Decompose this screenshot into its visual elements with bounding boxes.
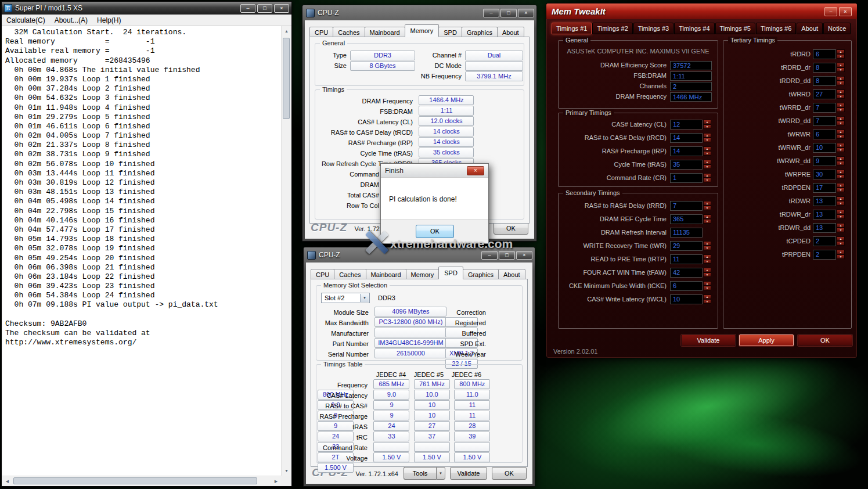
value-stepper[interactable]: ▲ ▼ <box>703 120 711 130</box>
dialog-titlebar[interactable]: Finish × <box>381 164 488 178</box>
value-stepper[interactable]: ▲ ▼ <box>837 116 845 126</box>
tools-button[interactable]: Tools <box>404 467 436 480</box>
step-up-icon[interactable]: ▲ <box>837 183 845 188</box>
step-down-icon[interactable]: ▼ <box>837 241 845 246</box>
value-stepper[interactable]: ▲ ▼ <box>837 196 845 206</box>
value-stepper[interactable]: ▲ ▼ <box>703 294 711 304</box>
step-down-icon[interactable]: ▼ <box>837 228 845 232</box>
menu-calculate[interactable]: Calculate(C) <box>2 15 50 26</box>
value-stepper[interactable]: ▲ ▼ <box>703 173 711 183</box>
tab-timings-3[interactable]: Timings #3 <box>633 23 673 34</box>
ok-button[interactable]: OK <box>492 467 527 480</box>
step-down-icon[interactable]: ▼ <box>703 259 711 264</box>
step-up-icon[interactable]: ▲ <box>703 241 711 246</box>
step-up-icon[interactable]: ▲ <box>703 160 711 164</box>
step-down-icon[interactable]: ▼ <box>703 299 711 304</box>
step-down-icon[interactable]: ▼ <box>837 214 845 219</box>
scroll-right-icon[interactable]: ▶ <box>271 476 281 486</box>
minimize-button[interactable]: – <box>481 251 498 260</box>
minimize-button[interactable]: – <box>483 9 499 17</box>
step-up-icon[interactable]: ▲ <box>837 210 845 214</box>
tab-timings-4[interactable]: Timings #4 <box>674 23 714 34</box>
step-down-icon[interactable]: ▼ <box>837 161 845 166</box>
validate-button[interactable]: Validate <box>681 335 736 346</box>
value-stepper[interactable]: ▲ ▼ <box>837 63 845 73</box>
value-stepper[interactable]: ▲ ▼ <box>837 89 845 99</box>
value-stepper[interactable]: ▲ ▼ <box>703 281 711 291</box>
tab-timings-2[interactable]: Timings #2 <box>592 23 632 34</box>
value-stepper[interactable]: ▲ ▼ <box>837 170 845 179</box>
step-down-icon[interactable]: ▼ <box>837 94 845 99</box>
maximize-button[interactable]: □ <box>499 251 515 260</box>
step-down-icon[interactable]: ▼ <box>703 219 711 224</box>
step-down-icon[interactable]: ▼ <box>837 121 845 125</box>
maximize-button[interactable]: □ <box>500 9 517 17</box>
step-up-icon[interactable]: ▲ <box>703 120 711 124</box>
step-up-icon[interactable]: ▲ <box>837 76 845 81</box>
vertical-scrollbar-thumb[interactable] <box>283 38 290 119</box>
horizontal-scrollbar[interactable]: ◀ ▶ <box>2 476 281 486</box>
step-down-icon[interactable]: ▼ <box>837 107 845 112</box>
value-stepper[interactable]: ▲ ▼ <box>837 223 845 233</box>
superpi-titlebar[interactable]: π Super PI / mod1.5 XS – □ × <box>2 2 291 15</box>
tab-memory[interactable]: Memory <box>405 24 440 37</box>
cpuz-titlebar[interactable]: CPU-Z – □ × <box>306 247 532 263</box>
scroll-down-icon[interactable]: ▼ <box>282 466 291 476</box>
scroll-left-icon[interactable]: ◀ <box>2 476 12 486</box>
scroll-up-icon[interactable]: ▲ <box>282 26 291 36</box>
slot-select-dropdown[interactable]: Slot #2 ▼ <box>321 293 370 303</box>
value-stepper[interactable]: ▲ ▼ <box>703 254 711 264</box>
minimize-button[interactable]: – <box>824 7 837 16</box>
validate-button[interactable]: Validate <box>450 467 487 480</box>
tools-dropdown-icon[interactable]: ▼ <box>436 467 445 480</box>
step-up-icon[interactable]: ▲ <box>837 143 845 148</box>
step-up-icon[interactable]: ▲ <box>837 236 845 241</box>
value-stepper[interactable]: ▲ ▼ <box>837 49 845 59</box>
step-up-icon[interactable]: ▲ <box>837 223 845 228</box>
close-button[interactable]: × <box>839 7 852 16</box>
close-button[interactable]: × <box>516 251 532 260</box>
step-up-icon[interactable]: ▲ <box>837 250 845 254</box>
ok-button[interactable]: OK <box>416 225 454 238</box>
step-up-icon[interactable]: ▲ <box>703 268 711 272</box>
ok-button[interactable]: OK <box>494 222 528 235</box>
value-stepper[interactable]: ▲ ▼ <box>703 214 711 224</box>
tab-notice[interactable]: Notice <box>823 23 851 34</box>
value-stepper[interactable]: ▲ ▼ <box>837 183 845 193</box>
menu-about[interactable]: About...(A) <box>50 15 92 26</box>
step-up-icon[interactable]: ▲ <box>703 133 711 138</box>
horizontal-scrollbar-thumb[interactable] <box>13 477 257 484</box>
menu-help[interactable]: Help(H) <box>92 15 125 26</box>
step-up-icon[interactable]: ▲ <box>703 254 711 259</box>
value-stepper[interactable]: ▲ ▼ <box>837 210 845 220</box>
minimize-button[interactable]: – <box>240 4 255 13</box>
step-down-icon[interactable]: ▼ <box>837 67 845 72</box>
close-button[interactable]: × <box>518 9 534 17</box>
value-stepper[interactable]: ▲ ▼ <box>703 241 711 251</box>
close-button[interactable]: × <box>467 166 484 175</box>
maximize-button[interactable]: □ <box>257 4 272 13</box>
step-up-icon[interactable]: ▲ <box>837 170 845 174</box>
ok-button[interactable]: OK <box>798 335 852 346</box>
step-up-icon[interactable]: ▲ <box>837 63 845 67</box>
step-down-icon[interactable]: ▼ <box>837 201 845 206</box>
step-down-icon[interactable]: ▼ <box>837 254 845 259</box>
step-down-icon[interactable]: ▼ <box>703 138 711 142</box>
step-up-icon[interactable]: ▲ <box>703 294 711 299</box>
value-stepper[interactable]: ▲ ▼ <box>703 146 711 156</box>
tab-spd[interactable]: SPD <box>438 267 463 279</box>
value-stepper[interactable]: ▲ ▼ <box>703 268 711 278</box>
step-up-icon[interactable]: ▲ <box>837 116 845 121</box>
value-stepper[interactable]: ▲ ▼ <box>837 76 845 86</box>
step-down-icon[interactable]: ▼ <box>703 286 711 290</box>
step-up-icon[interactable]: ▲ <box>703 214 711 219</box>
step-down-icon[interactable]: ▼ <box>703 178 711 182</box>
step-up-icon[interactable]: ▲ <box>837 130 845 134</box>
step-down-icon[interactable]: ▼ <box>703 164 711 169</box>
step-up-icon[interactable]: ▲ <box>837 196 845 201</box>
step-down-icon[interactable]: ▼ <box>703 124 711 129</box>
step-down-icon[interactable]: ▼ <box>703 206 711 210</box>
value-stepper[interactable]: ▲ ▼ <box>837 103 845 113</box>
step-down-icon[interactable]: ▼ <box>837 54 845 59</box>
step-down-icon[interactable]: ▼ <box>703 272 711 277</box>
